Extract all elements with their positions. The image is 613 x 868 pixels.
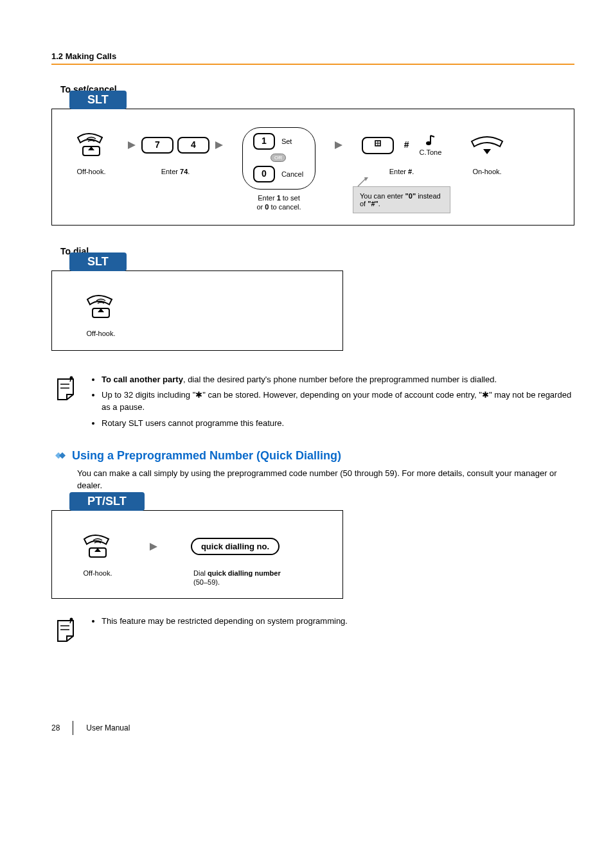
section-header: 1.2 Making Calls <box>51 51 574 61</box>
quick-dial-no-box: quick dialling no. <box>191 538 280 555</box>
quick-dialling-heading: Using a Preprogrammed Number (Quick Dial… <box>51 449 574 463</box>
confirmation-tone-icon: C.Tone <box>419 134 441 156</box>
note-alt-zero: You can enter "0" instead of "#". <box>353 186 450 213</box>
note-icon <box>51 616 80 644</box>
svg-marker-21 <box>150 543 157 551</box>
diamond-bullet-icon <box>51 450 67 461</box>
offhook-icon <box>84 289 118 325</box>
notes-2: This feature may be restricted depending… <box>51 616 574 644</box>
note-restricted: This feature may be restricted depending… <box>102 616 348 628</box>
quick-dial-instruction: Dial quick dialling number (50–59). <box>193 569 296 587</box>
step-set-cancel-label: Enter 1 to set or 0 to cancel. <box>256 193 301 212</box>
step-onhook-label: On-hook. <box>472 167 501 176</box>
step-offhook-label: Off-hook. <box>76 167 105 176</box>
svg-marker-18 <box>59 452 66 459</box>
svg-marker-3 <box>215 141 223 149</box>
note-icon <box>51 374 80 402</box>
onhook-icon <box>469 127 505 163</box>
key-hash[interactable] <box>362 137 394 154</box>
doc-title: User Manual <box>86 723 130 732</box>
page-number: 28 <box>51 723 60 732</box>
svg-marker-2 <box>128 141 136 149</box>
set-text: Set <box>281 137 292 145</box>
tab-slt: SLT <box>69 91 127 109</box>
note-rotary: Rotary SLT users cannot programme this f… <box>102 418 574 430</box>
quick-dial-flow: PT/SLT Off-hook. <box>51 501 574 590</box>
step-offhook-label: Off-hook. <box>86 329 115 338</box>
quick-dialling-title: Using a Preprogrammed Number (Quick Dial… <box>72 449 341 463</box>
tab-pt-slt: PT/SLT <box>69 492 145 511</box>
set-cancel-flow: SLT Off-hook. <box>51 100 574 217</box>
svg-point-8 <box>426 141 431 145</box>
key-hash-text: # <box>404 138 409 152</box>
notes-1: To call another party, dial the desired … <box>51 374 574 434</box>
svg-marker-4 <box>335 141 342 149</box>
to-dial-flow: SLT Off-hook. <box>51 261 574 341</box>
header-rule <box>51 64 574 65</box>
tab-slt: SLT <box>69 252 127 271</box>
key-7[interactable]: 7 <box>141 137 173 154</box>
set-cancel-group: 1 Set OR 0 Cancel <box>242 127 315 190</box>
svg-marker-10 <box>483 149 491 154</box>
cancel-text: Cancel <box>281 170 303 178</box>
footer-divider <box>73 721 73 735</box>
subtitle-set-cancel: To set/cancel <box>60 84 574 94</box>
step-enter-74-label: Enter 74. <box>161 167 190 176</box>
quick-dialling-para: You can make a call simply by using the … <box>77 468 574 492</box>
arrow-icon <box>332 127 345 163</box>
key-1[interactable]: 1 <box>253 133 275 150</box>
arrow-icon <box>213 127 226 163</box>
or-pill: OR <box>271 154 286 162</box>
key-0[interactable]: 0 <box>253 166 275 182</box>
offhook-icon <box>74 127 109 163</box>
step-offhook-label: Off-hook. <box>83 569 112 578</box>
subtitle-to-dial: To dial <box>60 246 574 256</box>
arrow-icon <box>125 127 138 163</box>
note-32digits: Up to 32 digits including "✱" can be sto… <box>102 389 574 414</box>
note-callanother: To call another party, dial the desired … <box>102 374 574 386</box>
arrow-icon <box>147 529 160 565</box>
key-4[interactable]: 4 <box>177 137 209 154</box>
page-footer: 28 User Manual <box>51 721 574 735</box>
step-enter-hash-label: Enter #. <box>389 167 414 176</box>
offhook-icon <box>80 529 115 565</box>
